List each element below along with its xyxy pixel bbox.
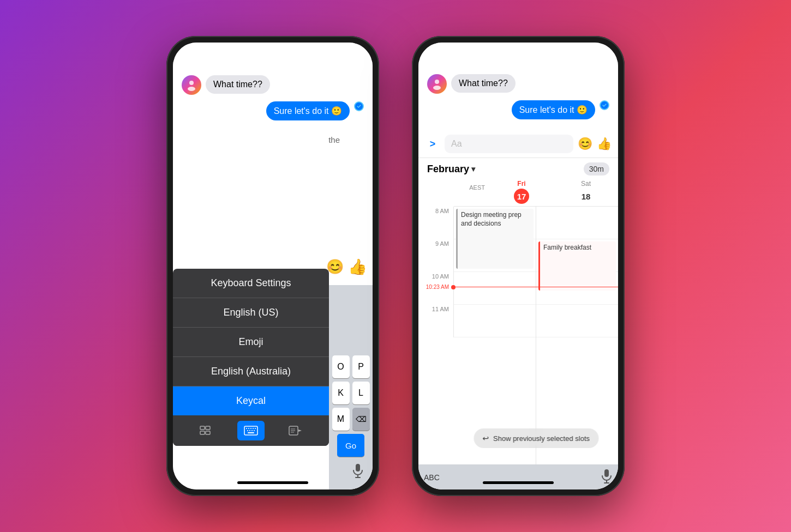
show-slots-button[interactable]: ↩ Show previously selected slots xyxy=(474,428,598,448)
day-columns: Design meeting prep and decisions xyxy=(454,207,618,464)
emoji-button-right[interactable]: 😊 xyxy=(578,137,592,151)
day-col-sat: Family breakfast xyxy=(536,207,618,464)
calendar-screen: What time?? Sure let's do it 🙂 xyxy=(418,70,618,489)
message-check-right xyxy=(600,100,609,110)
current-time-line: 10:23 AM xyxy=(418,284,618,290)
day-col-fri: Design meeting prep and decisions xyxy=(454,207,536,464)
chevron-down-icon: ▾ xyxy=(471,165,475,173)
received-message-row-right: What time?? xyxy=(427,74,609,94)
messages-content-left: What time?? Sure let's do it 🙂 xyxy=(173,70,373,285)
kb-menu-emoji[interactable]: Emoji xyxy=(173,328,329,357)
avatar-left xyxy=(182,75,201,95)
cal-keyboard-bottom: ABC xyxy=(418,464,618,489)
svg-rect-4 xyxy=(200,431,205,434)
svg-rect-2 xyxy=(200,426,205,430)
time-column: 8 AM 9 AM 10 AM 11 AM xyxy=(418,207,454,464)
timezone-label: AEST xyxy=(454,180,489,204)
key-k[interactable]: K xyxy=(332,382,350,404)
sent-bubble-right: Sure let's do it 🙂 xyxy=(512,100,595,119)
phone-top-bar xyxy=(173,43,373,70)
time-11am: 11 AM xyxy=(418,305,454,337)
hour-8-fri: Design meeting prep and decisions xyxy=(454,207,536,239)
key-m[interactable]: M xyxy=(332,408,350,431)
left-phone: What time?? Sure let's do it 🙂 xyxy=(166,36,379,496)
home-indicator-right xyxy=(483,481,554,484)
time-9am: 9 AM xyxy=(418,239,454,272)
sent-message-row-right: Sure let's do it 🙂 xyxy=(427,100,609,119)
reaction-row: 😊 👍 xyxy=(326,258,367,276)
keyboard-menu: Keyboard Settings English (US) Emoji Eng… xyxy=(173,269,329,446)
time-8am: 8 AM xyxy=(418,207,454,239)
svg-rect-26 xyxy=(604,469,609,477)
calendar-body: 8 AM 9 AM 10 AM 11 AM xyxy=(418,207,618,464)
kb-icon-forward[interactable] xyxy=(282,421,309,440)
keyboard-menu-container: Keyboard Settings English (US) Emoji Eng… xyxy=(173,285,329,446)
home-indicator-left xyxy=(237,481,308,484)
keyboard-bg-keys: O P K L M ⌫ Go xyxy=(329,285,373,489)
day-header-fri: Fri 17 xyxy=(489,180,554,204)
key-go[interactable]: Go xyxy=(337,434,364,457)
calendar-month-bar: February ▾ 30m xyxy=(418,158,618,180)
hour-8-sat xyxy=(536,207,618,239)
kb-menu-english-us[interactable]: English (US) xyxy=(173,298,329,328)
thumbs-up-left[interactable]: 👍 xyxy=(348,258,367,276)
kb-menu-keycal[interactable]: Keycal xyxy=(173,386,329,415)
current-time-bar xyxy=(456,287,618,287)
key-l[interactable]: L xyxy=(352,382,370,404)
avatar-right xyxy=(427,74,447,94)
received-message-row-left: What time?? xyxy=(182,75,364,95)
key-o[interactable]: O xyxy=(332,355,350,378)
mic-icon-left[interactable] xyxy=(352,463,364,481)
calendar-day-headers: AEST Fri 17 Sat 18 xyxy=(454,180,618,207)
hour-9-fri xyxy=(454,239,536,272)
message-input-right[interactable]: Aa xyxy=(445,135,573,153)
current-time-dot xyxy=(451,285,456,289)
cal-input-bar: > Aa 😊 👍 xyxy=(418,130,618,158)
received-bubble-left: What time?? xyxy=(206,75,270,94)
mic-icon-right[interactable] xyxy=(601,469,613,486)
hour-9-sat: Family breakfast xyxy=(536,239,618,272)
kb-icon-keyboard[interactable] xyxy=(237,421,265,440)
sent-message-row-left: Sure let's do it 🙂 xyxy=(182,101,364,120)
svg-point-24 xyxy=(435,80,439,84)
svg-rect-21 xyxy=(356,464,360,471)
svg-rect-6 xyxy=(244,426,257,435)
svg-rect-5 xyxy=(206,431,210,434)
received-bubble-right: What time?? xyxy=(451,74,516,93)
key-backspace[interactable]: ⌫ xyxy=(352,408,370,431)
keyboard-area-left: O P K L M ⌫ Go xyxy=(173,285,373,489)
svg-point-1 xyxy=(188,87,195,91)
message-check-left xyxy=(354,101,364,111)
right-phone: What time?? Sure let's do it 🙂 xyxy=(412,36,625,496)
expand-button[interactable]: > xyxy=(425,136,440,152)
hour-11-sat xyxy=(536,305,618,337)
svg-rect-3 xyxy=(206,426,210,430)
thumbs-up-right[interactable]: 👍 xyxy=(597,137,612,151)
kb-switcher-bar xyxy=(173,415,329,446)
phone-top-bar-right xyxy=(418,43,618,70)
key-p[interactable]: P xyxy=(352,355,370,378)
messages-top-right: What time?? Sure let's do it 🙂 xyxy=(418,70,618,130)
svg-point-0 xyxy=(189,81,194,85)
partial-text: the xyxy=(328,135,340,144)
kb-menu-keyboard-settings[interactable]: Keyboard Settings xyxy=(173,269,329,298)
kb-menu-english-australia[interactable]: English (Australia) xyxy=(173,357,329,386)
current-time-label: 10:23 AM xyxy=(418,284,451,290)
timer-badge: 30m xyxy=(584,162,609,176)
svg-point-25 xyxy=(433,86,441,90)
abc-label: ABC xyxy=(424,473,440,482)
kb-icon-grid[interactable] xyxy=(193,421,220,440)
sent-bubble-left: Sure let's do it 🙂 xyxy=(266,101,350,120)
hour-11-fri xyxy=(454,305,536,337)
day-header-sat: Sat 18 xyxy=(554,180,618,204)
messages-screen-left: What time?? Sure let's do it 🙂 xyxy=(173,70,373,489)
month-label[interactable]: February ▾ xyxy=(427,164,475,175)
